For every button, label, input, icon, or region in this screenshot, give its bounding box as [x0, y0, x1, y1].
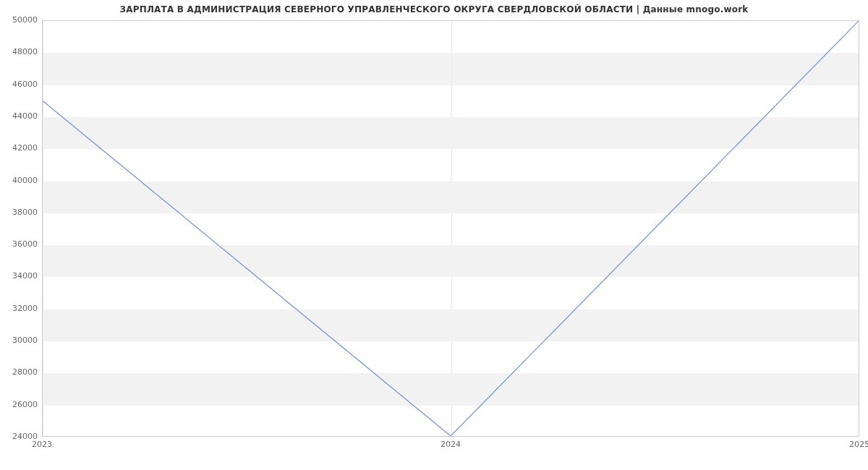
chart-title: ЗАРПЛАТА В АДМИНИСТРАЦИЯ СЕВЕРНОГО УПРАВ…: [0, 4, 868, 14]
series-svg: [43, 21, 859, 436]
line-chart: ЗАРПЛАТА В АДМИНИСТРАЦИЯ СЕВЕРНОГО УПРАВ…: [0, 0, 868, 470]
y-tick-label: 46000: [0, 80, 38, 89]
y-tick-label: 36000: [0, 239, 38, 249]
y-tick-label: 42000: [0, 143, 38, 153]
y-tick-label: 28000: [0, 367, 38, 377]
y-tick-label: 48000: [0, 47, 38, 56]
x-tick-label: 2024: [441, 440, 461, 449]
y-tick-label: 32000: [0, 304, 38, 313]
plot-area: [42, 20, 859, 437]
series-line: [43, 21, 859, 436]
y-tick-label: 26000: [0, 400, 38, 409]
y-tick-label: 38000: [0, 208, 38, 217]
x-tick-label: 2025: [849, 440, 868, 449]
y-tick-label: 30000: [0, 336, 38, 345]
x-tick-label: 2023: [32, 440, 52, 449]
y-tick-label: 44000: [0, 111, 38, 121]
y-tick-label: 50000: [0, 15, 38, 25]
y-tick-label: 40000: [0, 176, 38, 185]
y-tick-label: 34000: [0, 271, 38, 281]
